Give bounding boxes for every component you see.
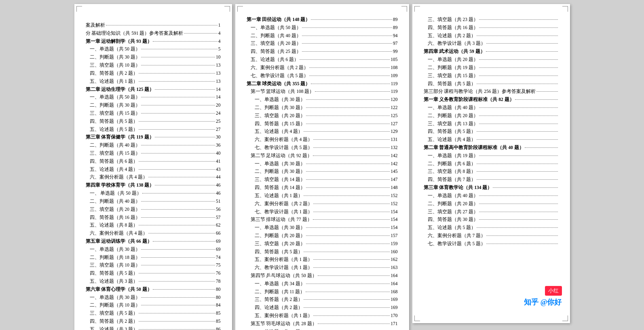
toc-line: 二、判断题（共 30 题）122 <box>247 104 398 111</box>
toc-page: 85 <box>216 318 221 325</box>
corner-bl-right <box>414 315 420 321</box>
toc-text: 二、判断题（共 20 题） <box>424 112 478 120</box>
toc-text: 五、论述题（共 5 题） <box>424 224 476 231</box>
toc-dots <box>515 99 558 100</box>
toc-dots <box>148 233 215 233</box>
toc-line: 五、论述题（共 2 题） <box>424 32 559 40</box>
toc-text: 二、判断题（共 20 题） <box>247 232 305 240</box>
toc-text: 五、论述题（共 4 题） <box>424 136 476 143</box>
toc-page: 154 <box>391 216 397 223</box>
toc-line: 四、论述题（共 2 题）169 <box>247 304 398 311</box>
toc-dots <box>479 219 558 220</box>
toc-line: 二、判断题（共 20 题） <box>424 200 559 208</box>
toc-line: 三、填空题（共 20 题）125 <box>247 112 398 120</box>
watermark-zhihu: 知乎 @你好 <box>524 297 562 307</box>
toc-line: 五、案例分析题（共 1 题）162 <box>247 256 398 263</box>
toc-dots <box>479 204 558 204</box>
toc-dots <box>479 27 558 28</box>
toc-text: 案及解析 <box>86 22 105 29</box>
toc-page: 159 <box>391 240 397 248</box>
toc-dots <box>306 116 390 116</box>
toc-text: 四、简答题（共 2 题） <box>86 70 138 77</box>
toc-line: 二、判断题（共 30 题）20 <box>86 102 221 109</box>
toc-dots <box>302 43 392 44</box>
toc-line: 第一章 运动解剖学（共 93 题）4 <box>86 38 221 45</box>
toc-text: 第二章 普通高中教育阶段课程标准（共 40 题） <box>424 144 524 151</box>
toc-line: 四、简答题（共 5 题）25 <box>86 118 221 125</box>
toc-page: 131 <box>391 136 397 143</box>
toc-page: 80 <box>216 294 221 301</box>
toc-text: 二、判断题（共 40 题） <box>86 142 140 149</box>
toc-text: 一、单选题（共 30 题） <box>86 246 140 253</box>
toc-line: 六、案例分析题（共 4 题）44 <box>86 174 221 181</box>
toc-line: 一、单选题（共 40 题） <box>424 104 559 111</box>
toc-page: 56 <box>216 206 221 213</box>
toc-page: 75 <box>216 262 221 269</box>
toc-text: 二、判断题（共 30 题） <box>86 54 140 61</box>
toc-line: 六、案例分析题（共 2 题）152 <box>247 200 398 208</box>
toc-text: 二、判断题（共 18 题） <box>86 254 140 261</box>
toc-line: 第一章 义务教育阶段课程标准（共 82 题） <box>424 96 559 103</box>
toc-text: 三、填空题（共 27 题） <box>424 208 478 216</box>
toc-dots <box>141 65 215 65</box>
toc-dots <box>486 244 558 244</box>
toc-text: 二、判断题（共 19 题） <box>424 64 478 71</box>
toc-dots <box>106 25 217 25</box>
toc-page: 127 <box>391 120 397 128</box>
toc-text: 六、案例分析题（共 2 题） <box>247 64 309 71</box>
toc-line: 四、简答题（共 14 题）148 <box>247 184 398 191</box>
toc-dots <box>302 51 392 52</box>
toc-text: 五、案例分析题（共 1 题） <box>247 256 313 263</box>
toc-dots <box>306 171 390 172</box>
toc-text: 第一节 篮球运动（共 108 题） <box>247 88 315 95</box>
toc-page: 97 <box>393 40 398 47</box>
toc-text: 一、单选题（共 30 题） <box>247 160 305 168</box>
corner-tl <box>76 6 82 12</box>
middle-toc: 第一章 田径运动（共 148 题）89一、单选题（共 50 题）89二、判断题（… <box>247 16 398 330</box>
toc-line: 四、简答题（共 5 题）160 <box>247 248 398 256</box>
toc-line: 一、单选题（共 50 题）5 <box>86 46 221 53</box>
toc-text: 二、判断题（共 30 题） <box>86 102 140 109</box>
toc-text: 第三节 排球运动（共 77 题） <box>247 216 312 223</box>
toc-line: 二、判断题（共 40 题）36 <box>86 142 221 149</box>
toc-text: 三、填空题（共 5 题） <box>86 310 138 317</box>
toc-text: 第一章 运动解剖学（共 93 题） <box>86 38 152 45</box>
toc-line: 第一章 田径运动（共 148 题）89 <box>247 16 398 23</box>
toc-page: 46 <box>216 182 221 189</box>
toc-page: 13 <box>216 78 221 85</box>
toc-line: 六、教学设计题（共 3 题） <box>424 40 559 47</box>
toc-page: 142 <box>391 160 397 168</box>
toc-dots <box>309 76 390 76</box>
toc-dots <box>139 121 215 122</box>
toc-page: 132 <box>391 144 397 151</box>
toc-page: 164 <box>391 272 397 280</box>
toc-line: 六、案例分析题（共 4 题）131 <box>247 136 398 143</box>
toc-text: 二、判断题（共 40 题） <box>247 32 301 40</box>
toc-page: 162 <box>391 256 397 263</box>
toc-line: 第四节 乒乓球运动（共 50 题）164 <box>247 272 398 280</box>
toc-line: 三、填空题（共 23 题） <box>424 16 559 23</box>
toc-page: 169 <box>391 296 397 303</box>
toc-text: 第二章 运动生理学（共 125 题） <box>86 86 154 93</box>
page-left: 案及解析1分 基础理论知识（共 591 题）参考答案及解析4第一章 运动解剖学（… <box>74 4 232 330</box>
toc-line: 二、判断题（共 30 题）10 <box>86 54 221 61</box>
toc-dots <box>139 73 215 74</box>
toc-text: 四、简答题（共 5 题） <box>86 270 138 277</box>
toc-dots <box>139 281 215 282</box>
toc-line: 三、填空题（共 20 题）56 <box>86 206 221 213</box>
toc-dots <box>311 84 390 84</box>
toc-dots <box>477 227 558 228</box>
toc-line: 三、填空题（共 20 题）159 <box>247 240 398 248</box>
toc-line: 三、填空题（共 15 题）24 <box>86 110 221 117</box>
toc-page: 171 <box>391 320 397 328</box>
toc-dots <box>155 89 215 90</box>
toc-line: 五、案例分析题（共 1 题）170 <box>247 312 398 319</box>
toc-line: 七、教学设计题（共 1 题）154 <box>247 208 398 216</box>
toc-page: 147 <box>391 176 397 183</box>
toc-page: 5 <box>218 46 221 53</box>
toc-page: 152 <box>391 192 397 200</box>
corner-tl-mid <box>237 6 243 12</box>
toc-text: 二、判断题（共 30 题） <box>247 104 305 111</box>
toc-dots <box>315 91 390 92</box>
toc-text: 二、判断题（共 11 题） <box>247 288 305 296</box>
